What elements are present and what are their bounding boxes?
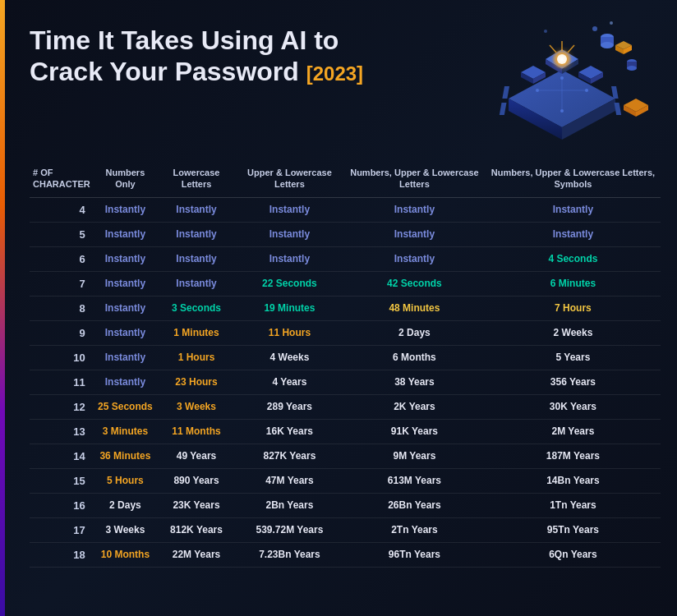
- cell-char: 17: [30, 517, 94, 542]
- cell-char: 18: [30, 542, 94, 567]
- cell-char: 11: [30, 370, 94, 394]
- cell-col1: 5 Hours: [94, 468, 158, 493]
- cell-col4: Instantly: [343, 197, 486, 222]
- cell-col4: 6 Months: [343, 345, 486, 370]
- header-col5: Numbers, Upper & Lowercase Letters, Symb…: [486, 160, 661, 197]
- cell-col2: 3 Weeks: [157, 394, 236, 419]
- cell-col3: 47M Years: [236, 468, 343, 493]
- table-row: 162 Days23K Years2Bn Years26Bn Years1Tn …: [30, 493, 661, 517]
- table-row: 133 Minutes11 Months16K Years91K Years2M…: [30, 419, 661, 444]
- svg-line-25: [568, 45, 574, 53]
- cell-col5: Instantly: [486, 197, 661, 222]
- cell-col2: Instantly: [157, 271, 236, 296]
- cell-col3: 827K Years: [236, 444, 343, 468]
- cell-col3: 4 Weeks: [236, 345, 343, 370]
- table-row: 1810 Months22M Years7.23Bn Years96Tn Yea…: [30, 542, 661, 567]
- cell-col5: 6 Minutes: [486, 271, 661, 296]
- header-char: # OF CHARACTER: [30, 160, 94, 197]
- svg-point-40: [610, 21, 613, 25]
- title-year: [2023]: [306, 62, 363, 85]
- svg-line-26: [550, 45, 556, 53]
- svg-point-39: [592, 26, 597, 31]
- cell-col2: 1 Minutes: [157, 320, 236, 345]
- svg-point-6: [585, 89, 588, 92]
- cell-col5: 5 Years: [486, 345, 661, 370]
- cell-col1: Instantly: [94, 246, 158, 271]
- cell-col3: 7.23Bn Years: [236, 542, 343, 567]
- cell-col3: 289 Years: [236, 394, 343, 419]
- cell-col3: 11 Hours: [236, 320, 343, 345]
- cell-col2: Instantly: [157, 246, 236, 271]
- cell-col1: Instantly: [94, 370, 158, 394]
- svg-point-32: [601, 42, 614, 48]
- main-container: Time It Takes Using AI to Crack Your Pas…: [0, 0, 677, 616]
- cell-col3: 19 Minutes: [236, 296, 343, 320]
- cell-col1: 2 Days: [94, 493, 158, 517]
- accent-bar: [0, 0, 5, 616]
- cell-col2: Instantly: [157, 222, 236, 246]
- cell-char: 14: [30, 444, 94, 468]
- svg-point-7: [560, 76, 564, 80]
- svg-point-35: [627, 66, 637, 71]
- cell-col4: 613M Years: [343, 468, 486, 493]
- header-col2: Lowercase Letters: [157, 160, 236, 197]
- title-text: Time It Takes Using AI to Crack Your Pas…: [30, 25, 338, 86]
- cell-col2: 11 Months: [157, 419, 236, 444]
- header-col3: Upper & Lowercase Letters: [236, 160, 343, 197]
- svg-point-5: [536, 89, 539, 92]
- cell-col4: 96Tn Years: [343, 542, 486, 567]
- cell-char: 13: [30, 419, 94, 444]
- cell-col3: 4 Years: [236, 370, 343, 394]
- cell-char: 12: [30, 394, 94, 419]
- cell-col5: 7 Hours: [486, 296, 661, 320]
- cell-col5: 4 Seconds: [486, 246, 661, 271]
- hero-illustration: [472, 16, 652, 148]
- cell-col4: 2Tn Years: [343, 517, 486, 542]
- cell-char: 8: [30, 296, 94, 320]
- cell-col1: Instantly: [94, 222, 158, 246]
- cell-col4: 2K Years: [343, 394, 486, 419]
- cell-col4: 48 Minutes: [343, 296, 486, 320]
- table-row: 155 Hours890 Years47M Years613M Years14B…: [30, 468, 661, 493]
- table-wrapper: # OF CHARACTER Numbers Only Lowercase Le…: [0, 160, 677, 584]
- table-row: 10Instantly1 Hours4 Weeks6 Months5 Years: [30, 345, 661, 370]
- header: Time It Takes Using AI to Crack Your Pas…: [0, 0, 677, 156]
- cell-col5: 2 Weeks: [486, 320, 661, 345]
- header-col1: Numbers Only: [94, 160, 158, 197]
- header-col4: Numbers, Upper & Lowercase Letters: [343, 160, 486, 197]
- svg-point-8: [560, 109, 564, 113]
- cell-col1: Instantly: [94, 345, 158, 370]
- table-row: 4InstantlyInstantlyInstantlyInstantlyIns…: [30, 197, 661, 222]
- cell-col3: 2Bn Years: [236, 493, 343, 517]
- cell-col1: Instantly: [94, 320, 158, 345]
- svg-point-23: [557, 54, 567, 64]
- cell-col2: 1 Hours: [157, 345, 236, 370]
- table-row: 8Instantly3 Seconds19 Minutes48 Minutes7…: [30, 296, 661, 320]
- cell-col5: 187M Years: [486, 444, 661, 468]
- table-row: 9Instantly1 Minutes11 Hours2 Days2 Weeks: [30, 320, 661, 345]
- cell-col1: Instantly: [94, 197, 158, 222]
- cell-col5: 6Qn Years: [486, 542, 661, 567]
- cell-col4: Instantly: [343, 246, 486, 271]
- cell-char: 16: [30, 493, 94, 517]
- svg-rect-9: [502, 86, 509, 99]
- cell-col2: 3 Seconds: [157, 296, 236, 320]
- table-header-row: # OF CHARACTER Numbers Only Lowercase Le…: [30, 160, 661, 197]
- cell-col2: 23K Years: [157, 493, 236, 517]
- svg-rect-10: [611, 86, 619, 99]
- cell-col5: 14Bn Years: [486, 468, 661, 493]
- cell-col4: 38 Years: [343, 370, 486, 394]
- table-row: 5InstantlyInstantlyInstantlyInstantlyIns…: [30, 222, 661, 246]
- cell-col1: 25 Seconds: [94, 394, 158, 419]
- cell-char: 4: [30, 197, 94, 222]
- cell-col1: 3 Weeks: [94, 517, 158, 542]
- table-row: 7InstantlyInstantly22 Seconds42 Seconds6…: [30, 271, 661, 296]
- cell-char: 5: [30, 222, 94, 246]
- cell-col4: 26Bn Years: [343, 493, 486, 517]
- cell-col3: 16K Years: [236, 419, 343, 444]
- cell-col3: Instantly: [236, 222, 343, 246]
- cell-col2: 890 Years: [157, 468, 236, 493]
- cell-col2: Instantly: [157, 197, 236, 222]
- cell-col5: 95Tn Years: [486, 517, 661, 542]
- main-title: Time It Takes Using AI to Crack Your Pas…: [30, 25, 375, 88]
